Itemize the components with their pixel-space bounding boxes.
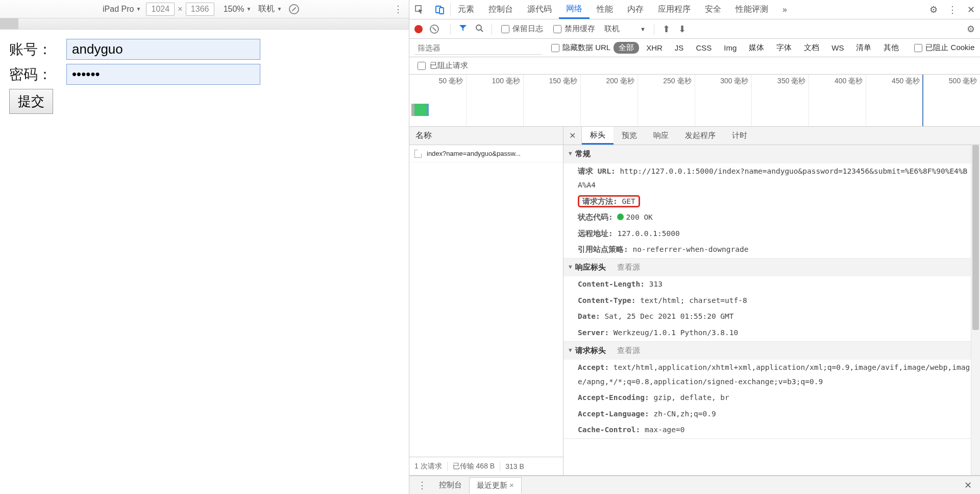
- filter-chip-清单[interactable]: 清单: [851, 42, 876, 54]
- account-label: 账号：: [9, 40, 66, 59]
- network-select[interactable]: 联机▼: [258, 4, 282, 14]
- filter-chip-字体[interactable]: 字体: [771, 42, 797, 54]
- scrollbar[interactable]: [971, 145, 980, 475]
- detail-tab-标头[interactable]: 标头: [582, 127, 614, 145]
- request-names-pane: 名称 index?name=andyguo&passw... 1 次请求 已传输…: [409, 127, 564, 475]
- tab-网络[interactable]: 网络: [559, 0, 590, 19]
- tabs-overflow[interactable]: »: [775, 0, 794, 19]
- kebab-icon[interactable]: ⋮: [943, 0, 962, 19]
- svg-line-4: [481, 30, 483, 32]
- blocked-requests-label: 已阻止请求: [430, 61, 468, 70]
- disable-cache-checkbox[interactable]: 禁用缓存: [553, 24, 595, 34]
- login-form: 账号： 密码： 提交: [0, 30, 409, 123]
- tab-元素[interactable]: 元素: [451, 0, 481, 19]
- timeline-label: 150 毫秒: [549, 77, 577, 86]
- zoom-select[interactable]: 150%▼: [224, 5, 252, 14]
- password-label: 密码：: [9, 65, 66, 84]
- filter-chip-WS[interactable]: WS: [826, 42, 849, 53]
- detail-tab-计时[interactable]: 计时: [724, 127, 755, 145]
- drawer-tab-最近更新[interactable]: 最近更新×: [469, 477, 522, 494]
- timeline-label: 50 毫秒: [438, 77, 462, 86]
- drawer-tab-控制台[interactable]: 控制台: [432, 477, 469, 493]
- height-input[interactable]: 1366: [186, 3, 214, 16]
- detail-tabs: ✕ 标头预览响应发起程序计时: [564, 127, 980, 145]
- timeline[interactable]: 50 毫秒100 毫秒150 毫秒200 毫秒250 毫秒300 毫秒350 毫…: [409, 75, 980, 127]
- blocked-bar: 已阻止请求: [409, 57, 980, 75]
- filter-chip-XHR[interactable]: XHR: [641, 42, 668, 53]
- dimension-x: ×: [178, 5, 182, 14]
- submit-button[interactable]: 提交: [9, 89, 53, 114]
- drawer-menu-icon[interactable]: ⋮: [418, 480, 427, 491]
- filter-chip-文档[interactable]: 文档: [799, 42, 824, 54]
- timeline-label: 300 毫秒: [720, 77, 748, 86]
- device-select[interactable]: iPad Pro▼: [103, 5, 141, 14]
- timeline-label: 250 毫秒: [663, 77, 691, 86]
- more-icon[interactable]: ⋮: [394, 4, 404, 15]
- filter-bar: 隐藏数据 URL 全部XHRJSCSSImg媒体字体文档WS清单其他 已阻止 C…: [409, 39, 980, 57]
- footer-requests: 1 次请求: [409, 462, 448, 471]
- network-toolbar: 保留日志 禁用缓存 联机▼ ⬆ ⬇ ⚙: [409, 19, 980, 39]
- timeline-label: 100 毫秒: [492, 77, 520, 86]
- tab-安全[interactable]: 安全: [698, 0, 728, 19]
- request-row[interactable]: index?name=andyguo&passw...: [409, 145, 563, 162]
- device-mode-icon[interactable]: [430, 0, 450, 19]
- gear-icon[interactable]: ⚙: [924, 0, 943, 19]
- timeline-label: 450 毫秒: [892, 77, 920, 86]
- device-toolbar: iPad Pro▼ 1024 × 1366 150%▼ 联机▼ ⋮: [0, 0, 409, 18]
- preserve-log-checkbox[interactable]: 保留日志: [501, 24, 543, 34]
- record-icon[interactable]: [414, 25, 423, 33]
- close-devtools-icon[interactable]: ✕: [962, 0, 980, 19]
- detail-tab-响应[interactable]: 响应: [645, 127, 677, 145]
- filter-chip-Img[interactable]: Img: [719, 42, 742, 53]
- gear-icon[interactable]: ⚙: [967, 23, 975, 35]
- upload-icon[interactable]: ⬆: [663, 23, 670, 35]
- blocked-cookies-checkbox[interactable]: 已阻止 Cookie: [914, 43, 974, 53]
- detail-tab-预览[interactable]: 预览: [614, 127, 645, 145]
- timeline-label: 350 毫秒: [777, 77, 805, 86]
- tab-性能[interactable]: 性能: [590, 0, 620, 19]
- search-icon[interactable]: [475, 24, 483, 34]
- ruler: [0, 18, 409, 30]
- filter-icon[interactable]: [459, 24, 467, 34]
- filter-chip-CSS[interactable]: CSS: [691, 42, 717, 53]
- filter-input[interactable]: [414, 41, 542, 55]
- names-footer: 1 次请求 已传输 468 B 313 B: [409, 457, 563, 475]
- clear-icon[interactable]: [430, 25, 439, 34]
- width-input[interactable]: 1024: [146, 3, 175, 16]
- rotate-icon[interactable]: [289, 4, 299, 14]
- hide-data-urls-checkbox[interactable]: 隐藏数据 URL: [551, 43, 610, 53]
- blocked-requests-checkbox[interactable]: [418, 62, 426, 70]
- footer-size: 313 B: [500, 462, 529, 471]
- tab-内存[interactable]: 内存: [620, 0, 651, 19]
- timeline-label: 400 毫秒: [835, 77, 863, 86]
- close-detail-icon[interactable]: ✕: [564, 127, 582, 145]
- tab-控制台[interactable]: 控制台: [481, 0, 520, 19]
- names-header[interactable]: 名称: [409, 127, 563, 145]
- password-input[interactable]: [66, 64, 260, 85]
- filter-chip-其他[interactable]: 其他: [878, 42, 904, 54]
- drawer-close-icon[interactable]: ✕: [964, 480, 972, 491]
- timeline-label: 200 毫秒: [606, 77, 634, 86]
- throttle-select[interactable]: 联机▼: [604, 24, 646, 34]
- filter-chip-JS[interactable]: JS: [670, 42, 689, 53]
- svg-rect-2: [439, 8, 444, 14]
- inspect-icon[interactable]: [409, 0, 430, 19]
- svg-point-3: [476, 25, 481, 30]
- tab-源代码[interactable]: 源代码: [520, 0, 559, 19]
- footer-transferred: 已传输 468 B: [448, 462, 500, 471]
- filter-chip-全部[interactable]: 全部: [614, 42, 639, 54]
- detail-tab-发起程序[interactable]: 发起程序: [677, 127, 724, 145]
- tab-性能评测[interactable]: 性能评测: [728, 0, 775, 19]
- detail-pane: ✕ 标头预览响应发起程序计时 ▼常规请求 URL: http://127.0.0…: [564, 127, 980, 475]
- drawer-tab-close-icon[interactable]: ×: [509, 481, 514, 489]
- filter-chip-媒体[interactable]: 媒体: [744, 42, 769, 54]
- drawer: ⋮ 控制台最近更新× ✕: [409, 476, 980, 494]
- account-input[interactable]: [66, 39, 260, 60]
- devtools-tabs: 元素控制台源代码网络性能内存应用程序安全性能评测 » ⚙ ⋮ ✕: [409, 0, 980, 19]
- download-icon[interactable]: ⬇: [678, 23, 686, 35]
- timeline-label: 500 毫秒: [949, 77, 977, 86]
- tab-应用程序[interactable]: 应用程序: [651, 0, 698, 19]
